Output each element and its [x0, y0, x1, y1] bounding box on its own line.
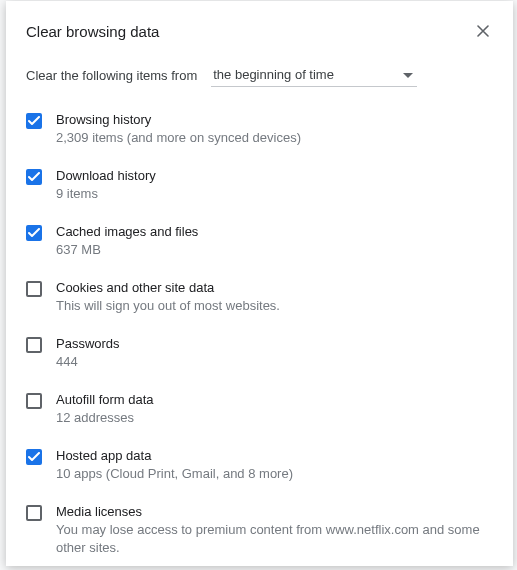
item-cached-images: Cached images and files 637 MB [26, 223, 493, 259]
checkbox-cached-images[interactable] [26, 225, 42, 241]
item-title: Media licenses [56, 503, 493, 521]
check-icon [28, 228, 40, 238]
item-title: Autofill form data [56, 391, 493, 409]
item-subtitle: 9 items [56, 185, 493, 203]
item-text: Autofill form data 12 addresses [56, 391, 493, 427]
items-list: Browsing history 2,309 items (and more o… [26, 111, 493, 570]
check-icon [28, 116, 40, 126]
item-browsing-history: Browsing history 2,309 items (and more o… [26, 111, 493, 147]
item-title: Download history [56, 167, 493, 185]
close-icon [477, 25, 489, 37]
item-subtitle: 444 [56, 353, 493, 371]
item-text: Browsing history 2,309 items (and more o… [56, 111, 493, 147]
item-media-licenses: Media licenses You may lose access to pr… [26, 503, 493, 557]
item-hosted-app-data: Hosted app data 10 apps (Cloud Print, Gm… [26, 447, 493, 483]
dialog-header: Clear browsing data [26, 21, 493, 41]
item-text: Passwords 444 [56, 335, 493, 371]
item-title: Cached images and files [56, 223, 493, 241]
checkbox-download-history[interactable] [26, 169, 42, 185]
item-text: Download history 9 items [56, 167, 493, 203]
clear-browsing-data-dialog: Clear browsing data Clear the following … [6, 1, 513, 566]
checkbox-cookies[interactable] [26, 281, 42, 297]
check-icon [28, 172, 40, 182]
item-text: Cookies and other site data This will si… [56, 279, 493, 315]
item-subtitle: 10 apps (Cloud Print, Gmail, and 8 more) [56, 465, 493, 483]
checkbox-passwords[interactable] [26, 337, 42, 353]
time-range-select[interactable]: the beginning of time [211, 63, 417, 87]
item-download-history: Download history 9 items [26, 167, 493, 203]
time-range-label: Clear the following items from [26, 68, 197, 83]
item-subtitle: 2,309 items (and more on synced devices) [56, 129, 493, 147]
close-button[interactable] [473, 21, 493, 41]
item-text: Cached images and files 637 MB [56, 223, 493, 259]
checkbox-browsing-history[interactable] [26, 113, 42, 129]
time-range-value: the beginning of time [213, 67, 334, 82]
check-icon [28, 452, 40, 462]
item-title: Passwords [56, 335, 493, 353]
item-text: Media licenses You may lose access to pr… [56, 503, 493, 557]
item-cookies: Cookies and other site data This will si… [26, 279, 493, 315]
item-passwords: Passwords 444 [26, 335, 493, 371]
dialog-title: Clear browsing data [26, 23, 159, 40]
item-subtitle: This will sign you out of most websites. [56, 297, 493, 315]
time-range-row: Clear the following items from the begin… [26, 63, 493, 87]
item-title: Cookies and other site data [56, 279, 493, 297]
chevron-down-icon [403, 67, 413, 82]
item-autofill: Autofill form data 12 addresses [26, 391, 493, 427]
item-subtitle: You may lose access to premium content f… [56, 521, 493, 557]
item-subtitle: 12 addresses [56, 409, 493, 427]
checkbox-media-licenses[interactable] [26, 505, 42, 521]
checkbox-hosted-app-data[interactable] [26, 449, 42, 465]
item-subtitle: 637 MB [56, 241, 493, 259]
item-title: Hosted app data [56, 447, 493, 465]
checkbox-autofill[interactable] [26, 393, 42, 409]
item-text: Hosted app data 10 apps (Cloud Print, Gm… [56, 447, 493, 483]
item-title: Browsing history [56, 111, 493, 129]
app-shell: Clear browsing data Clear the following … [0, 0, 517, 570]
